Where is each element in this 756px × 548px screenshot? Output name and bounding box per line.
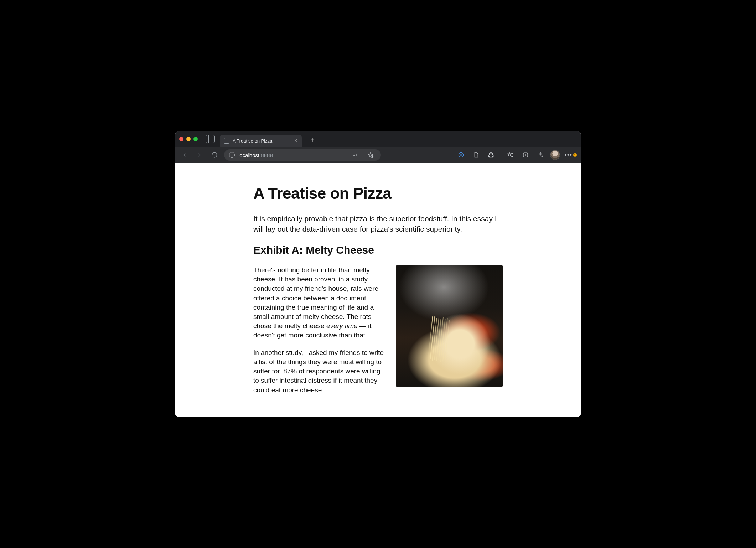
password-manager-icon[interactable] (456, 150, 466, 160)
article: A Treatise on Pizza It is empirically pr… (246, 185, 510, 403)
new-tab-button[interactable]: + (307, 136, 318, 144)
url-host: localhost (238, 152, 259, 158)
pizza-image (396, 265, 503, 387)
page-icon (224, 138, 229, 144)
favorite-icon[interactable] (365, 150, 376, 160)
read-aloud-icon[interactable]: A (350, 150, 361, 160)
close-window-button[interactable] (179, 137, 183, 141)
section-heading: Exhibit A: Melty Cheese (253, 244, 503, 256)
profile-avatar[interactable] (550, 150, 560, 160)
collections-icon[interactable] (520, 150, 531, 160)
titlebar: A Treatise on Pizza × + (175, 131, 581, 147)
reader-icon[interactable] (471, 150, 481, 160)
sidebar-toggle-icon[interactable] (206, 135, 215, 143)
toolbar-separator (501, 151, 501, 159)
close-tab-button[interactable]: × (294, 138, 297, 144)
intro-paragraph: It is empirically provable that pizza is… (253, 214, 503, 234)
forward-button[interactable] (194, 150, 205, 160)
browser-tab[interactable]: A Treatise on Pizza × (220, 135, 302, 147)
site-info-icon[interactable]: i (229, 152, 235, 158)
svg-marker-7 (508, 152, 511, 155)
tab-title: A Treatise on Pizza (233, 138, 272, 144)
address-bar[interactable]: i localhost:8888 A (224, 149, 381, 161)
update-badge-icon (573, 153, 577, 157)
page-viewport: A Treatise on Pizza It is empirically pr… (175, 163, 581, 417)
page-title: A Treatise on Pizza (253, 185, 503, 202)
favorites-list-icon[interactable] (505, 150, 516, 160)
window-controls (179, 137, 198, 141)
copilot-icon[interactable] (535, 150, 546, 160)
maximize-window-button[interactable] (193, 137, 198, 141)
back-button[interactable] (179, 150, 190, 160)
paragraph-2: In another study, I asked my friends to … (253, 348, 384, 395)
reload-button[interactable] (209, 150, 220, 160)
extensions-icon[interactable] (486, 150, 496, 160)
url-port: :8888 (259, 152, 273, 158)
paragraph-1: There's nothing better in life than melt… (253, 265, 384, 340)
svg-rect-6 (461, 154, 462, 156)
browser-window: A Treatise on Pizza × + i localhost:8888… (175, 131, 581, 417)
section-body: There's nothing better in life than melt… (253, 265, 384, 403)
minimize-window-button[interactable] (186, 137, 191, 141)
svg-text:A: A (353, 154, 355, 157)
overflow-menu-button[interactable]: ••• (564, 152, 577, 158)
toolbar: i localhost:8888 A (175, 147, 581, 163)
